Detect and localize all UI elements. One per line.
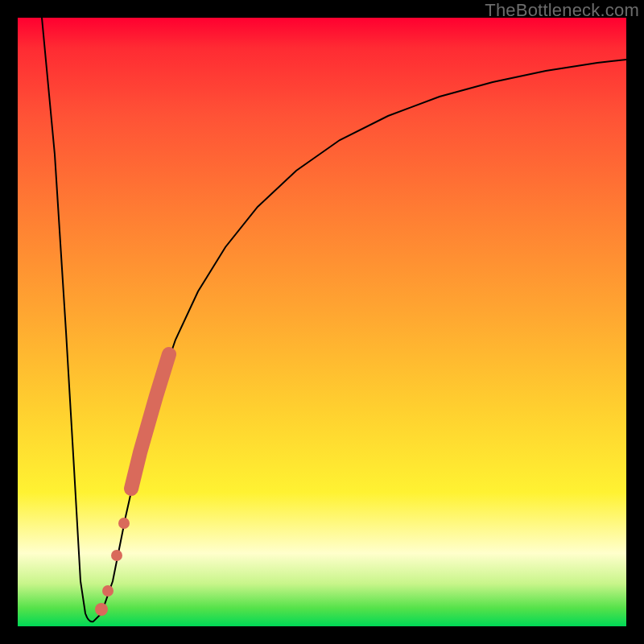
marker-dot: [118, 518, 130, 529]
curve-svg: [18, 18, 626, 626]
marker-dot: [102, 585, 114, 597]
plot-area: [18, 18, 626, 626]
bottleneck-curve: [42, 18, 626, 621]
marker-dot: [95, 603, 108, 616]
marker-dot: [111, 550, 122, 561]
marker-range-stroke: [131, 354, 169, 489]
chart-frame: TheBottleneck.com: [0, 0, 644, 644]
